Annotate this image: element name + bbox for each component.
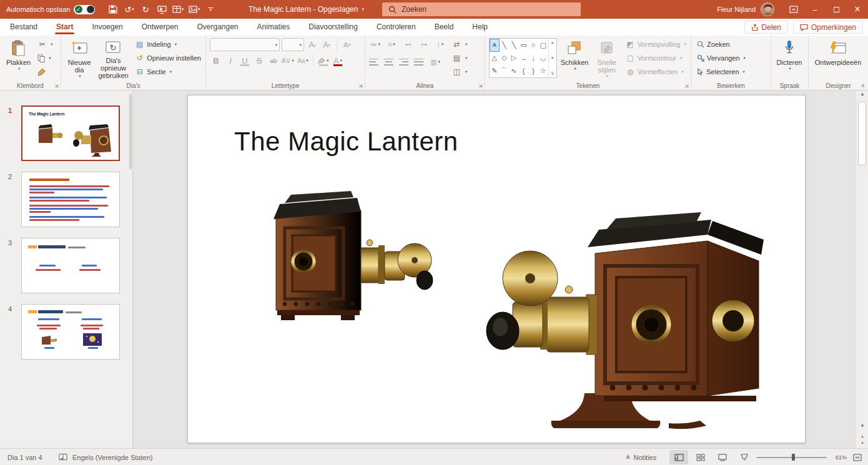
gallery-more-icon[interactable]: ⊽ — [551, 71, 554, 76]
dialog-launcher-drawing[interactable]: ⇲ — [684, 83, 689, 89]
tab-overgangen[interactable]: Overgangen — [195, 19, 239, 36]
shape-arc-icon[interactable]: ◡ — [538, 52, 548, 65]
shape-freeform-icon[interactable]: ✎ — [490, 64, 500, 77]
shape-star-icon[interactable]: ☆ — [538, 64, 548, 77]
paste-button[interactable]: Plakken ▾ — [4, 38, 33, 81]
shape-diamond-icon[interactable]: ◇ — [500, 52, 510, 65]
slide-sorter-view-button[interactable] — [691, 450, 710, 464]
autosave-toggle[interactable]: Automatisch opslaan ✓ — [6, 5, 95, 14]
scroll-down-arrow-icon[interactable]: ▼ — [856, 423, 868, 433]
reset-button[interactable]: ↺Opnieuw instellen — [133, 52, 203, 64]
shrink-font-button[interactable]: A▾ — [320, 39, 333, 51]
add-table-button[interactable]: ▾ — [171, 2, 185, 16]
shape-elbow-icon[interactable]: ▷ — [509, 52, 519, 65]
scroll-up-icon[interactable]: ▴ — [551, 40, 554, 45]
magic-lantern-image-right[interactable] — [481, 208, 775, 431]
tab-start[interactable]: Start — [55, 19, 74, 36]
slide-position-indicator[interactable]: Dia 1 van 4 — [5, 449, 45, 465]
document-title[interactable]: The Magic Lantern - Opgeslagen ▾ — [249, 0, 364, 19]
restore-button[interactable] — [826, 0, 847, 19]
zoom-slider-thumb[interactable] — [792, 454, 795, 461]
notes-toggle-button[interactable]: ≜ Notities — [623, 449, 659, 465]
tab-diavoorstelling[interactable]: Diavoorstelling — [307, 19, 359, 36]
qat-customize-button[interactable]: ▾ — [204, 2, 217, 16]
slide-editor[interactable]: The Magic Lantern — [187, 95, 806, 443]
start-presentation-button[interactable] — [155, 2, 169, 16]
slide-thumbnail-1[interactable]: The Magic Lantern — [21, 105, 120, 161]
slideshow-view-button[interactable] — [735, 450, 754, 464]
dictate-button[interactable]: Dicteren ▾ — [775, 38, 804, 72]
next-slide-button[interactable]: ▼ — [858, 441, 867, 448]
underline-button[interactable]: U — [239, 54, 251, 67]
reading-view-button[interactable] — [713, 450, 732, 464]
grow-font-button[interactable]: A▴ — [306, 39, 318, 51]
section-button[interactable]: ⊟Sectie▾ — [133, 66, 203, 78]
font-color-button[interactable]: A▾ — [332, 54, 344, 67]
slide-thumbnail-3[interactable] — [21, 238, 120, 293]
share-button[interactable]: Delen — [744, 21, 788, 34]
close-button[interactable]: × — [847, 0, 868, 19]
align-right-button[interactable] — [399, 59, 408, 66]
shape-brace-left-icon[interactable]: { — [519, 64, 529, 77]
layout-button[interactable]: ▤Indeling▾ — [133, 38, 203, 51]
tab-controleren[interactable]: Controleren — [375, 19, 417, 36]
scrollbar-thumb[interactable] — [858, 102, 866, 165]
justify-button[interactable] — [414, 59, 423, 66]
design-ideas-button[interactable]: Ontwerpideeën — [812, 38, 864, 67]
shape-arrow-line-icon[interactable]: ╲ — [509, 39, 519, 52]
shape-arrow-right-icon[interactable]: → — [519, 52, 529, 65]
character-spacing-button[interactable]: AV▾ — [282, 54, 295, 67]
subscript-button[interactable]: ab — [267, 54, 280, 67]
tab-beeld[interactable]: Beeld — [433, 19, 455, 36]
italic-button[interactable]: I — [224, 54, 237, 67]
collapse-ribbon-button[interactable]: ∧ — [861, 82, 865, 89]
shape-arrow-down-icon[interactable]: ↓ — [528, 52, 538, 65]
dialog-launcher-font[interactable]: ⇲ — [358, 83, 363, 89]
language-indicator[interactable]: Engels (Verenigde Staten) — [70, 449, 155, 465]
scroll-down-icon[interactable]: ▾ — [551, 56, 554, 61]
slide-thumbnail-4[interactable] — [21, 304, 120, 360]
replace-button[interactable]: Vervangen ▾ — [695, 52, 768, 64]
text-direction-button[interactable]: ⇄▾ — [450, 38, 469, 51]
thumbnail-scrollbar[interactable] — [129, 94, 132, 169]
decrease-indent-button[interactable]: ↤ — [402, 38, 414, 51]
align-left-button[interactable] — [369, 59, 378, 66]
strikethrough-button[interactable]: S — [253, 54, 265, 67]
shape-textbox-icon[interactable]: A — [490, 39, 500, 52]
format-painter-button[interactable] — [36, 66, 54, 78]
font-size-select[interactable]: ▾ — [282, 38, 304, 51]
font-name-select[interactable]: ▾ — [210, 38, 280, 51]
bold-button[interactable]: B — [210, 54, 222, 67]
find-button[interactable]: Zoeken — [695, 38, 768, 51]
highlight-color-button[interactable]: ▾ — [317, 54, 330, 67]
cut-button[interactable]: ✂▾ — [36, 38, 54, 51]
clear-formatting-button[interactable]: Ab — [341, 39, 353, 51]
numbering-button[interactable]: ≡▾ — [385, 38, 398, 51]
comments-button[interactable]: Opmerkingen — [793, 21, 863, 34]
slide-title-text[interactable]: The Magic Lantern — [234, 127, 458, 157]
shape-rounded-rect-icon[interactable]: ▢ — [538, 39, 548, 52]
arrange-button[interactable]: Schikken ▾ — [560, 38, 590, 81]
shape-scribble-icon[interactable]: ∿ — [509, 64, 519, 77]
minimize-button[interactable]: – — [804, 0, 826, 19]
search-input[interactable]: Zoeken — [382, 2, 581, 16]
shape-curve-icon[interactable]: ⌒ — [500, 64, 510, 77]
fit-to-window-button[interactable] — [849, 450, 866, 464]
undo-button[interactable]: ↺▾ — [122, 2, 136, 16]
ribbon-display-options-button[interactable] — [783, 0, 804, 19]
spelling-check-button[interactable] — [56, 449, 70, 465]
select-button[interactable]: Selecteren ▾ — [695, 66, 768, 78]
smartart-button[interactable]: ◫▾ — [450, 66, 469, 78]
tab-ontwerpen[interactable]: Ontwerpen — [141, 19, 180, 36]
tab-invoegen[interactable]: Invoegen — [91, 19, 124, 36]
shape-brace-right-icon[interactable]: } — [528, 64, 538, 77]
new-slide-button[interactable]: Nieuwe dia ▾ — [65, 38, 94, 81]
shape-oval-icon[interactable]: ○ — [528, 39, 538, 52]
avatar[interactable] — [761, 2, 774, 16]
magic-lantern-image-left[interactable] — [266, 188, 447, 333]
quick-styles-button[interactable]: Snelle stijlen ▾ — [593, 38, 621, 81]
normal-view-button[interactable] — [669, 450, 688, 464]
shape-effects-button[interactable]: ◍Vormeffecten▾ — [624, 66, 688, 78]
bullets-button[interactable]: ≔▾ — [369, 38, 382, 51]
reuse-slides-button[interactable]: ↻ Dia's opnieuw gebruiken — [96, 38, 131, 81]
